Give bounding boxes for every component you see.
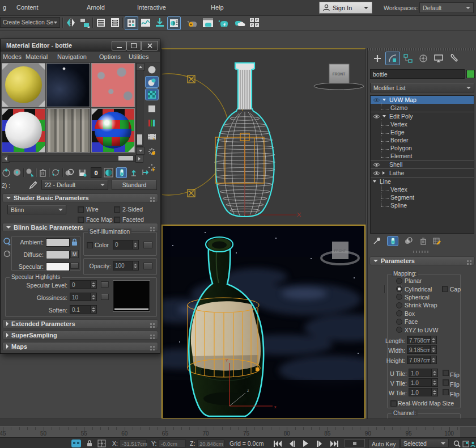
get-material-icon[interactable]	[1, 167, 12, 178]
mapping-option-spherical[interactable]: Spherical	[387, 293, 461, 301]
me-menu-navigation[interactable]: Navigation	[57, 53, 87, 60]
render-presets-icon[interactable]	[248, 16, 261, 29]
stack-item-lathe[interactable]: Lathe	[371, 168, 474, 177]
pan-view-icon[interactable]	[462, 439, 469, 448]
auto-key-button[interactable]: Auto Key	[368, 439, 400, 448]
options-icon[interactable]	[145, 145, 159, 157]
self-illum-color-checkbox[interactable]	[87, 242, 93, 248]
tab-create[interactable]	[370, 52, 385, 65]
rollout-extended-parameters[interactable]: Extended Parameters	[2, 319, 158, 328]
show-end-result-icon[interactable]	[116, 167, 127, 178]
material-name-dropdown[interactable]: 22 - Default	[41, 180, 108, 190]
selection-set-dropdown[interactable]: Create Selection Se	[0, 17, 60, 28]
lock-diffuse-specular-icon[interactable]	[3, 250, 11, 260]
render-production-icon[interactable]	[218, 16, 230, 29]
zoom-icon[interactable]	[453, 439, 461, 448]
z-coord-field[interactable]: 20.848cm	[197, 439, 224, 447]
tab-hierarchy[interactable]	[401, 52, 415, 65]
modifier-list-dropdown[interactable]: Modifier List	[370, 83, 474, 92]
x-coord-field[interactable]: -31.517cm	[120, 439, 147, 447]
u-flip-checkbox[interactable]	[443, 370, 449, 376]
glossiness-spinner[interactable]: 10	[70, 293, 97, 301]
curve-editor-icon[interactable]	[125, 16, 138, 30]
rollout-maps[interactable]: Maps	[2, 342, 158, 351]
video-color-check-icon[interactable]	[145, 117, 159, 129]
go-forward-sibling-icon[interactable]	[141, 167, 151, 178]
y-coord-field[interactable]: -0.0cm	[159, 439, 186, 447]
material-slot-3[interactable]	[91, 63, 135, 107]
faceted-checkbox[interactable]	[114, 217, 120, 223]
reset-material-icon[interactable]	[37, 167, 48, 178]
next-frame-button[interactable]	[313, 439, 326, 448]
slots-hscroll-thumb[interactable]	[118, 156, 133, 160]
u-tile-spinner[interactable]: 1.0	[409, 369, 438, 377]
mapping-option-planar[interactable]: Planar	[387, 277, 461, 285]
me-menu-utilities[interactable]: Utilities	[129, 53, 148, 60]
dope-sheet-icon[interactable]	[139, 16, 152, 29]
material-id-channel-icon[interactable]: 0	[91, 167, 101, 178]
orbit-view-icon[interactable]	[470, 439, 476, 448]
tab-motion[interactable]	[416, 52, 431, 65]
self-illum-map-button[interactable]	[143, 242, 152, 248]
render-setup-icon[interactable]	[186, 16, 199, 29]
tab-display[interactable]	[431, 52, 446, 65]
glossiness-map-button[interactable]	[101, 294, 109, 300]
make-unique-icon[interactable]	[64, 167, 75, 178]
viewport-perspective-active[interactable]: Y x z FRONT	[162, 225, 366, 419]
panel-splitter[interactable]	[413, 251, 430, 253]
minimize-button[interactable]	[112, 41, 126, 50]
slots-scroll-down[interactable]	[136, 147, 144, 155]
rollout-parameters[interactable]: Parameters	[369, 256, 475, 265]
stack-item-element[interactable]: Element	[371, 152, 474, 160]
key-mode-toggle[interactable]	[345, 439, 365, 447]
rollout-supersampling[interactable]: SuperSampling	[2, 331, 158, 340]
transform-gizmo-icon[interactable]	[97, 439, 106, 448]
menu-item-content[interactable]: Content	[16, 4, 39, 11]
mirror-icon[interactable]	[65, 16, 77, 29]
go-to-end-button[interactable]	[328, 439, 341, 448]
real-world-checkbox[interactable]	[390, 400, 397, 407]
wire-checkbox[interactable]	[78, 206, 84, 213]
make-material-copy-icon[interactable]	[50, 167, 61, 178]
specular-color-swatch[interactable]	[46, 263, 70, 271]
render-cloud-icon[interactable]	[233, 16, 245, 29]
align-icon[interactable]	[78, 16, 91, 29]
material-type-button[interactable]: Standard	[112, 180, 157, 190]
sample-type-icon[interactable]	[145, 64, 159, 75]
material-slot-4[interactable]	[2, 108, 45, 153]
height-spinner[interactable]: 7.097cm	[407, 356, 437, 364]
shader-type-dropdown[interactable]: Blinn	[7, 205, 66, 214]
stack-item-shell[interactable]: Shell	[371, 160, 474, 168]
material-slot-6[interactable]	[91, 108, 135, 153]
mapping-option-box[interactable]: Box	[387, 310, 461, 318]
diffuse-color-swatch[interactable]	[46, 251, 70, 259]
tab-modify[interactable]	[385, 52, 400, 65]
me-menu-modes[interactable]: Modes	[3, 53, 22, 60]
specular-map-button[interactable]	[70, 263, 79, 269]
object-color-swatch[interactable]	[466, 70, 475, 78]
viewport-front[interactable]: FRONT	[162, 48, 366, 225]
slots-hscroll-track[interactable]	[8, 155, 135, 162]
two-sided-checkbox[interactable]	[114, 206, 120, 213]
me-menu-options[interactable]: Options	[99, 53, 121, 60]
slots-scrollbar-thumb[interactable]	[137, 134, 142, 145]
face-map-checkbox[interactable]	[78, 217, 84, 223]
viewcube[interactable]: FRONT	[314, 64, 364, 90]
previous-frame-button[interactable]	[285, 439, 298, 448]
menu-item-g[interactable]: g	[3, 4, 6, 11]
motion-mixer-icon[interactable]	[154, 16, 166, 29]
show-map-in-viewport-icon[interactable]	[103, 167, 114, 178]
sign-in-button[interactable]: Sign In	[319, 2, 372, 14]
material-slot-2[interactable]	[46, 63, 90, 107]
opacity-spinner[interactable]: 100	[113, 261, 139, 271]
specular-level-spinner[interactable]: 0	[70, 280, 97, 289]
background-icon[interactable]	[145, 88, 159, 100]
object-name-field[interactable]: bottle	[370, 69, 465, 79]
make-unique-icon[interactable]	[403, 236, 414, 246]
go-to-start-button[interactable]	[271, 439, 284, 448]
w-tile-spinner[interactable]: 1.0	[409, 388, 438, 396]
w-flip-checkbox[interactable]	[443, 389, 449, 395]
backlight-icon[interactable]	[145, 76, 159, 88]
remove-modifier-icon[interactable]	[418, 236, 429, 246]
material-editor-icon[interactable]	[167, 16, 181, 30]
